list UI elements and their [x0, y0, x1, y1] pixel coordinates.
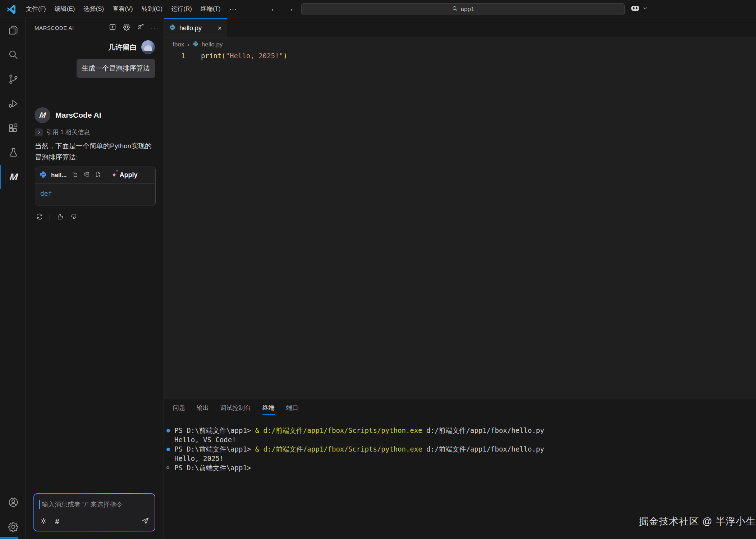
panel-title: MARSCODE AI — [35, 25, 74, 31]
python-file-icon — [169, 24, 176, 32]
divider — [106, 172, 106, 178]
sidebar-item-search[interactable] — [0, 42, 26, 67]
activity-bar: M — [0, 18, 26, 539]
switch-account-button[interactable] — [137, 23, 145, 32]
menu-selection[interactable]: 选择(S) — [79, 0, 108, 18]
sidebar-item-explorer[interactable] — [0, 18, 26, 42]
menu-goto[interactable]: 转到(G) — [137, 0, 167, 18]
commands-icon[interactable] — [40, 517, 47, 526]
breadcrumb-file[interactable]: hello.py — [202, 41, 223, 48]
explorer-icon — [8, 24, 19, 36]
search-value: app1 — [461, 6, 475, 13]
nav-forward-icon[interactable]: → — [286, 0, 294, 17]
create-file-icon[interactable] — [95, 171, 101, 179]
close-icon[interactable]: × — [217, 24, 222, 32]
send-icon[interactable] — [141, 517, 150, 526]
tab-hello-py[interactable]: hello.py × — [164, 18, 227, 37]
menu-overflow[interactable]: ··· — [225, 0, 242, 18]
tab-label: hello.py — [179, 24, 202, 32]
account-icon — [8, 497, 19, 508]
tab-output[interactable]: 输出 — [197, 404, 209, 415]
menu-run[interactable]: 运行(R) — [167, 0, 196, 18]
vscode-logo-icon — [6, 4, 17, 14]
tab-ports[interactable]: 端口 — [286, 404, 298, 415]
tab-problems[interactable]: 问题 — [173, 404, 185, 415]
avatar — [141, 40, 155, 54]
thumbs-up-button[interactable] — [56, 213, 64, 222]
terminal-output[interactable]: PS D:\前端文件\app1> & d:/前端文件/app1/fbox/Scr… — [164, 426, 756, 472]
apply-button[interactable]: ✦✧ Apply — [111, 171, 137, 179]
code-card: hell... ✦✧ Apply def — [35, 167, 156, 205]
vscode-window: 文件(F) 编辑(E) 选择(S) 查看(V) 转到(G) 运行(R) 终端(T… — [0, 0, 756, 539]
copilot-menu[interactable] — [630, 3, 648, 15]
menu-file[interactable]: 文件(F) — [22, 0, 50, 18]
sidebar-item-marscode-ai[interactable]: M — [0, 165, 26, 189]
title-bar: 文件(F) 编辑(E) 选择(S) 查看(V) 转到(G) 运行(R) 终端(T… — [0, 0, 756, 18]
code-card-filename: hell... — [51, 172, 67, 179]
menu-terminal[interactable]: 终端(T) — [196, 0, 225, 18]
chat-input[interactable]: 输入消息或者 “/” 来选择指令 # — [33, 493, 155, 531]
regenerate-button[interactable] — [36, 213, 43, 222]
marscode-icon: M — [9, 172, 18, 183]
divider — [50, 214, 50, 221]
thumbs-down-button[interactable] — [70, 213, 78, 222]
account-button[interactable] — [0, 490, 26, 515]
nav-back-icon[interactable]: ← — [270, 0, 278, 17]
chevron-right-icon — [35, 128, 43, 136]
code-token-paren: ) — [283, 52, 287, 60]
sidebar-item-source-control[interactable] — [0, 67, 26, 91]
sidebar-item-run-debug[interactable] — [0, 91, 26, 116]
menu-view[interactable]: 查看(V) — [108, 0, 137, 18]
terminal-line: PS D:\前端文件\app1> & d:/前端文件/app1/fbox/Scr… — [166, 426, 756, 435]
gear-icon — [8, 521, 19, 533]
command-success-marker — [166, 444, 174, 451]
sidebar-item-testing[interactable] — [0, 140, 26, 165]
chevron-down-icon — [643, 6, 648, 12]
citation-toggle[interactable]: 引用 1 相关信息 — [35, 128, 90, 136]
editor-area: hello.py × fbox › hello.py 1 print("Hell… — [164, 18, 756, 399]
more-actions-button[interactable]: ··· — [151, 26, 159, 30]
beaker-icon — [8, 147, 19, 158]
terminal-line: PS D:\前端文件\app1> — [166, 463, 756, 472]
python-file-icon — [40, 171, 47, 180]
terminal-line: Hello, VS Code! — [166, 435, 756, 444]
command-center-search[interactable]: app1 — [301, 3, 625, 15]
tab-terminal[interactable]: 终端 — [262, 404, 275, 415]
search-icon — [452, 5, 458, 13]
line-number: 1 — [164, 52, 190, 60]
assistant-name: MarsCode AI — [55, 111, 101, 119]
user-message-bubble: 生成一个冒泡排序算法 — [77, 59, 155, 78]
code-token-string: "Hello, 2025!" — [226, 52, 283, 60]
source-control-icon — [8, 73, 19, 85]
insert-at-cursor-icon[interactable] — [83, 171, 90, 179]
assistant-message-text: 当然，下面是一个简单的Python实现的冒泡排序算法: — [35, 140, 156, 163]
code-line[interactable]: 1 print("Hello, 2025!") — [164, 52, 756, 60]
user-name: 几许留白 — [108, 42, 137, 52]
breadcrumb: fbox › hello.py — [164, 38, 756, 51]
context-hash-button[interactable]: # — [55, 517, 59, 526]
sparkle-icon: ✦✧ — [111, 172, 117, 178]
status-bar-fragment — [0, 537, 18, 539]
citation-label: 引用 1 相关信息 — [46, 128, 90, 136]
code-token-paren: ( — [221, 52, 225, 60]
code-card-content: def — [35, 184, 155, 205]
terminal-line: Hello, 2025! — [166, 454, 756, 463]
python-file-icon — [193, 41, 198, 49]
settings-button[interactable] — [0, 515, 26, 539]
panel-settings-button[interactable] — [123, 23, 130, 32]
copy-icon[interactable] — [72, 171, 78, 179]
text-cursor — [39, 500, 40, 509]
tab-debug-console[interactable]: 调试控制台 — [220, 404, 251, 415]
copilot-icon — [630, 3, 641, 15]
menu-edit[interactable]: 编辑(E) — [50, 0, 79, 18]
sidebar-item-extensions[interactable] — [0, 116, 26, 140]
breadcrumb-folder[interactable]: fbox — [173, 41, 184, 48]
apply-label: Apply — [119, 171, 137, 179]
marscode-logo-icon: M — [35, 107, 50, 123]
new-chat-button[interactable] — [109, 23, 116, 32]
marscode-panel: MARSCODE AI ··· 几许留白 生成一个冒泡排序算法 M MarsCo… — [26, 18, 164, 539]
extensions-icon — [8, 122, 19, 134]
terminal-line: PS D:\前端文件\app1> & d:/前端文件/app1/fbox/Scr… — [166, 444, 756, 454]
run-debug-icon — [8, 98, 19, 109]
watermark: 掘金技术社区 @ 半浮小生 — [639, 515, 756, 528]
